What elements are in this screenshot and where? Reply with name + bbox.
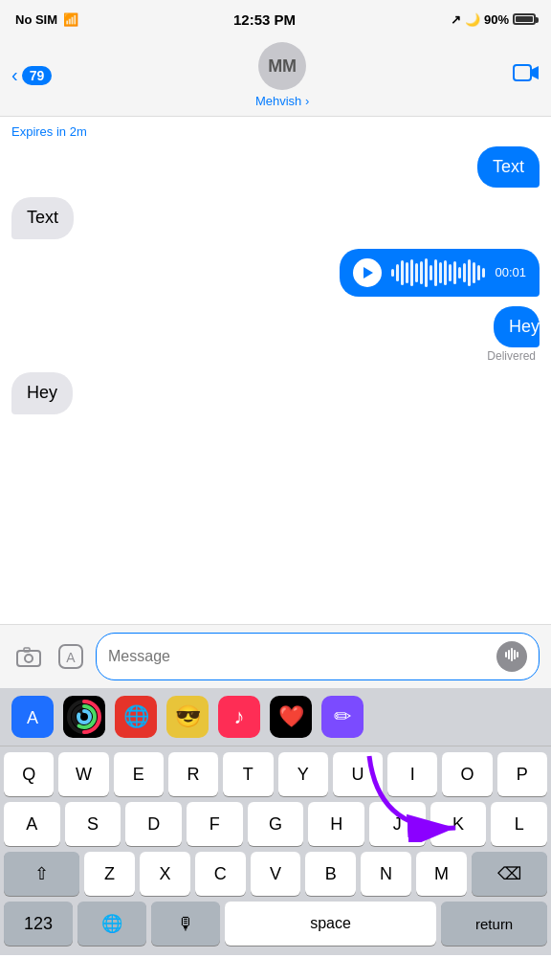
- back-chevron-icon: ‹: [11, 64, 18, 86]
- battery-icon: [513, 13, 536, 25]
- key-s[interactable]: S: [65, 802, 121, 846]
- bubble-received-text-2: Text: [11, 197, 74, 238]
- navigation-bar: ‹ 79 MM Mehvish: [0, 38, 551, 117]
- web-search-icon[interactable]: 🌐: [115, 696, 157, 738]
- wifi-icon: 📶: [63, 12, 78, 27]
- bubble-sent-text-1: Text: [477, 146, 540, 188]
- stickers-icon[interactable]: 😎: [166, 696, 209, 738]
- svg-rect-9: [508, 650, 510, 659]
- avatar: MM: [258, 42, 306, 90]
- keyboard-row-4: 123 🌐 🎙 space return: [4, 902, 547, 946]
- key-q[interactable]: Q: [4, 752, 54, 796]
- message-input-wrap[interactable]: [96, 633, 540, 680]
- battery-label: 90%: [484, 12, 509, 27]
- audio-bubble[interactable]: 00:01: [340, 249, 540, 297]
- location-icon: ↗: [451, 12, 461, 27]
- key-v[interactable]: V: [251, 852, 301, 896]
- back-button[interactable]: ‹ 79: [11, 64, 52, 86]
- key-n[interactable]: N: [361, 852, 411, 896]
- message-row-1: Text: [11, 146, 540, 188]
- key-b[interactable]: B: [305, 852, 356, 896]
- message-row-3: 00:01: [11, 249, 540, 297]
- svg-rect-0: [514, 65, 531, 80]
- svg-rect-10: [511, 648, 513, 661]
- activity-ring-icon[interactable]: [63, 696, 105, 738]
- key-d[interactable]: D: [125, 802, 182, 846]
- key-l[interactable]: L: [491, 802, 547, 846]
- delivered-status: Delivered: [487, 349, 536, 363]
- key-f[interactable]: F: [187, 802, 243, 846]
- carrier-label: No SIM: [15, 12, 57, 27]
- status-carrier: No SIM 📶: [15, 12, 78, 27]
- key-a[interactable]: A: [4, 802, 60, 846]
- key-t[interactable]: T: [223, 752, 273, 796]
- return-key[interactable]: return: [441, 902, 547, 946]
- status-right-group: ↗ 🌙 90%: [451, 12, 536, 27]
- message-row-4: Hey Delivered: [11, 306, 540, 363]
- message-row-5: Hey: [11, 372, 540, 413]
- purple-arrow-annotation: [360, 746, 474, 846]
- app-store-strip-icon[interactable]: A: [11, 696, 54, 738]
- app-store-icon: A: [58, 644, 83, 669]
- microphone-key[interactable]: 🎙: [151, 902, 220, 946]
- pencil-app-icon[interactable]: ✏: [321, 696, 364, 738]
- heartbeat-icon[interactable]: ❤️: [270, 696, 312, 738]
- moon-icon: 🌙: [465, 12, 480, 27]
- video-call-button[interactable]: [513, 62, 540, 89]
- keyboard-row-3: ⇧ Z X C V B N M ⌫: [4, 852, 547, 896]
- waveform-icon: [504, 647, 519, 666]
- key-y[interactable]: Y: [278, 752, 328, 796]
- key-c[interactable]: C: [195, 852, 246, 896]
- delete-key[interactable]: ⌫: [472, 852, 547, 896]
- key-z[interactable]: Z: [84, 852, 135, 896]
- app-store-button[interactable]: A: [54, 639, 88, 674]
- svg-rect-11: [514, 650, 516, 659]
- contact-name: Mehvish: [255, 94, 309, 108]
- app-strip: A 🌐 😎 ♪ ❤️ ✏: [0, 688, 551, 746]
- numbers-key[interactable]: 123: [4, 902, 73, 946]
- svg-text:A: A: [27, 708, 38, 727]
- play-triangle-icon: [364, 267, 373, 278]
- svg-rect-3: [17, 651, 40, 666]
- key-r[interactable]: R: [168, 752, 218, 796]
- svg-marker-1: [531, 66, 539, 79]
- arrow-svg: [360, 746, 474, 842]
- key-e[interactable]: E: [114, 752, 164, 796]
- message-row-2: Text: [11, 197, 540, 238]
- music-icon[interactable]: ♪: [218, 696, 260, 738]
- audio-duration: 00:01: [495, 265, 526, 279]
- message-input[interactable]: [108, 648, 496, 665]
- back-badge-count: 79: [22, 66, 53, 85]
- camera-icon: [16, 646, 41, 667]
- expires-banner: Expires in 2m: [11, 124, 540, 139]
- status-bar: No SIM 📶 12:53 PM ↗ 🌙 90%: [0, 0, 551, 38]
- audio-record-button[interactable]: [496, 641, 527, 672]
- contact-info[interactable]: MM Mehvish: [255, 42, 309, 108]
- svg-rect-8: [505, 652, 507, 657]
- camera-button[interactable]: [11, 639, 46, 674]
- svg-rect-12: [517, 652, 518, 657]
- svg-text:A: A: [66, 650, 76, 665]
- key-w[interactable]: W: [58, 752, 108, 796]
- video-icon: [513, 62, 540, 83]
- play-button[interactable]: [353, 258, 382, 287]
- bubble-received-hey: Hey: [11, 372, 73, 413]
- status-time: 12:53 PM: [233, 11, 296, 28]
- key-p[interactable]: P: [497, 752, 547, 796]
- bubble-sent-hey: Hey: [494, 306, 540, 347]
- shift-key[interactable]: ⇧: [4, 852, 79, 896]
- messages-area[interactable]: Expires in 2m Text Text: [0, 117, 551, 624]
- key-g[interactable]: G: [248, 802, 304, 846]
- globe-key[interactable]: 🌐: [77, 902, 146, 946]
- key-x[interactable]: X: [140, 852, 190, 896]
- space-key[interactable]: space: [225, 902, 436, 946]
- svg-point-4: [25, 655, 33, 662]
- key-h[interactable]: H: [308, 802, 364, 846]
- key-m[interactable]: M: [416, 852, 467, 896]
- waveform: [391, 258, 485, 287]
- input-bar: A: [0, 624, 551, 688]
